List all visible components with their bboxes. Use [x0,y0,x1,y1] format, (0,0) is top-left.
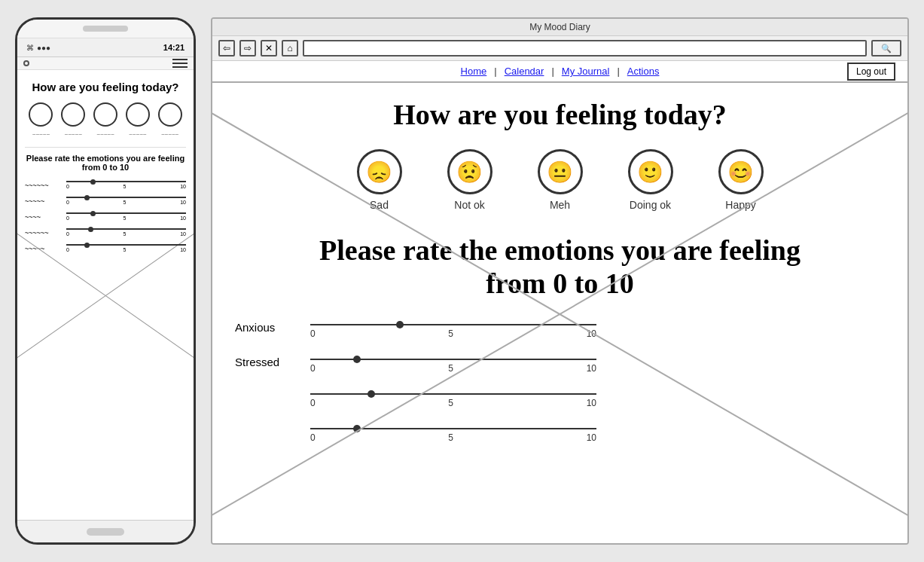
nav-calendar[interactable]: Calendar [497,66,552,77]
phone-emotion-row-4: ~~~~~~ 0510 [25,228,186,237]
phone-rate-text: Please rate the emotions you are feeling… [25,154,186,172]
slider-4-ticks: 0510 [310,432,596,443]
phone-menu-bar [17,57,194,70]
emoji-face-meh: 😐 [538,149,583,194]
slider-3-dot [367,390,375,398]
emotion-label-stressed: Stressed [235,353,310,368]
browser-window: My Mood Diary ⇦ ⇨ ✕ ⌂ 🔍 Home | Calendar … [211,17,909,545]
phone-slider-track-3[interactable] [66,212,186,214]
hamburger-menu[interactable] [172,59,188,68]
hamburger-line-3 [172,66,188,68]
hamburger-line-1 [172,59,188,60]
forward-button[interactable]: ⇨ [239,40,256,57]
phone-slider-2: 0510 [66,197,186,205]
emoji-label-happy: Happy [725,199,755,211]
nav-journal[interactable]: My Journal [554,66,618,77]
phone-mockup: ⌘ ●●● 14:21 How are you feeling today? ~… [15,17,196,545]
emoji-notok[interactable]: 😟 Not ok [447,149,492,211]
nav-actions[interactable]: Actions [620,66,667,77]
emoji-meh[interactable]: 😐 Meh [538,149,583,211]
emoji-face-notok: 😟 [447,149,492,194]
phone-slider-track-2[interactable] [66,197,186,198]
slider-3-ticks: 0510 [310,398,596,408]
phone-slider-4: 0510 [66,228,186,237]
stop-button[interactable]: ✕ [261,40,277,57]
slider-anxious-track[interactable] [310,324,596,325]
emoji-sad[interactable]: 😞 Sad [357,149,402,211]
back-button[interactable]: ⇦ [218,40,235,57]
emotion-row-3: 0510 [235,387,885,408]
page-question-heading: How are you feeling today? [235,98,885,131]
emoji-happy[interactable]: 😊 Happy [718,149,764,211]
phone-emoji-sad[interactable] [29,102,53,127]
phone-slider-track-4[interactable] [66,228,186,230]
phone-emoji-meh[interactable] [93,102,117,127]
emoji-label-meh: Meh [550,199,570,211]
browser-title: My Mood Diary [529,22,590,32]
phone-slider-dot-5 [84,243,90,248]
slider-anxious-dot [396,321,404,328]
nav-home[interactable]: Home [453,66,495,77]
browser-titlebar: My Mood Diary [212,19,907,36]
logout-button[interactable]: Log out [847,63,895,81]
phone-emoji-row [25,102,186,127]
phone-slider-1: 0510 [66,181,186,189]
phone-slider-3: 0510 [66,212,186,221]
slider-4-dot [353,425,361,432]
phone-emotion-label-5: ~~~~~ [25,245,66,252]
slider-stressed-ticks: 0510 [310,363,596,374]
wifi-icon: ⌘ [26,44,34,52]
signal-icon: ●●● [37,44,50,52]
phone-home-button[interactable] [87,528,124,536]
phone-slider-5: 0510 [66,244,186,252]
emoji-doingok[interactable]: 🙂 Doing ok [628,149,673,211]
slider-4-wrapper: 0510 [310,422,885,443]
phone-camera [23,60,29,66]
emoji-label-notok: Not ok [454,199,484,211]
phone-speaker [83,26,128,32]
phone-emoji-label-3: ~~~~~ [96,131,114,138]
slider-anxious-wrapper: 0510 [310,318,885,339]
phone-emotion-label-4: ~~~~~~ [25,229,66,237]
phone-divider [25,147,186,148]
phone-emoji-label-4: ~~~~~ [129,131,146,138]
phone-emoji-label-1: ~~~~~ [32,131,50,138]
phone-emoji-notok[interactable] [61,102,85,127]
phone-status-bar: ⌘ ●●● 14:21 [17,38,194,57]
phone-slider-ticks-5: 0510 [66,247,186,252]
emoji-mood-section: 😞 Sad 😟 Not ok 😐 Meh 🙂 Doing ok 😊 Happy [235,149,885,211]
phone-slider-ticks-2: 0510 [66,200,186,205]
emotion-row-stressed: Stressed 0510 [235,353,885,374]
phone-slider-ticks-3: 0510 [66,215,186,221]
phone-emoji-happy[interactable] [158,102,182,127]
phone-emotion-label-2: ~~~~~ [25,197,66,205]
phone-emotion-row-2: ~~~~~ 0510 [25,197,186,205]
phone-time: 14:21 [163,43,184,52]
phone-emotion-row-5: ~~~~~ 0510 [25,244,186,252]
slider-3-track[interactable] [310,393,596,395]
phone-emoji-label-5: ~~~~~ [161,131,178,138]
search-button[interactable]: 🔍 [871,40,901,57]
phone-emoji-doingok[interactable] [126,102,150,127]
emoji-face-happy: 😊 [718,149,764,194]
address-bar[interactable] [303,40,867,57]
slider-anxious-ticks: 0510 [310,328,596,339]
rate-emotions-title: Please rate the emotions you are feeling… [235,234,885,300]
emoji-label-sad: Sad [370,199,389,211]
emoji-face-sad: 😞 [357,149,402,194]
slider-stressed-track[interactable] [310,359,596,360]
emotion-row-4: 0510 [235,422,885,443]
emotion-row-anxious: Anxious 0510 [235,318,885,339]
emotion-label-anxious: Anxious [235,318,310,334]
phone-question: How are you feeling today? [25,81,186,93]
rate-title-line1: Please rate the emotions you are feeling [319,234,800,266]
phone-slider-track-5[interactable] [66,244,186,246]
phone-emotion-label-3: ~~~~ [25,213,66,221]
slider-stressed-dot [353,356,361,363]
slider-4-track[interactable] [310,428,596,429]
phone-slider-track-1[interactable] [66,181,186,182]
phone-emotion-row-1: ~~~~~~ 0510 [25,181,186,189]
home-button[interactable]: ⌂ [282,40,298,57]
emoji-label-doingok: Doing ok [630,199,671,211]
phone-slider-ticks-1: 0510 [66,184,186,189]
